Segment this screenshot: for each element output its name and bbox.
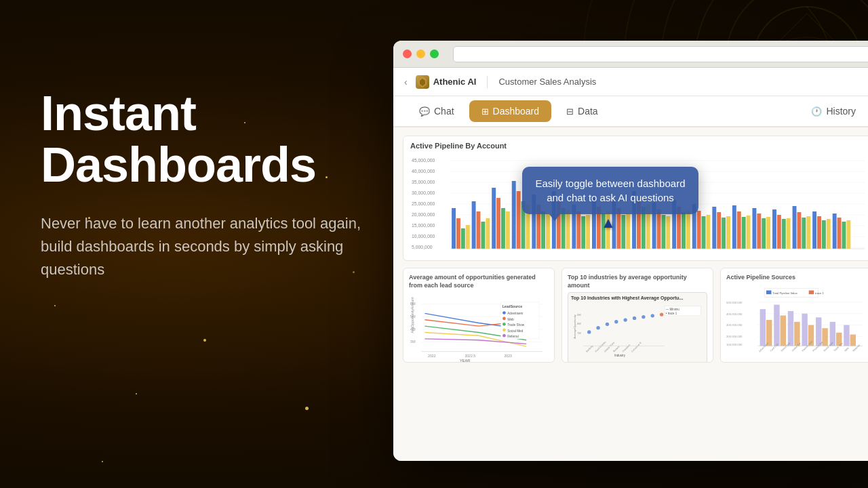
mini-chart-lead-source: Average amount of opportunities generate… [403,268,555,363]
svg-rect-37 [512,181,516,249]
svg-rect-82 [737,211,741,249]
tab-data[interactable]: ⊟ Data [554,100,610,122]
svg-rect-185 [850,334,856,346]
dashboard-tab-icon: ⊞ [481,106,489,117]
mini-chart-1-title: Average amount of opportunities generate… [409,274,549,289]
browser-window: ‹ Athenic AI Customer Sales Analysis 💬 C… [393,41,868,461]
svg-rect-160 [809,290,814,294]
svg-rect-83 [742,217,746,249]
mini-chart-2-title: Top 10 industries by average opportunity… [568,274,707,289]
mini-chart-3-title: Active Pipeline Sources [726,274,866,282]
window-close-button[interactable] [403,49,412,58]
svg-rect-79 [722,218,726,249]
svg-rect-178 [802,313,807,346]
app-header: ‹ Athenic AI Customer Sales Analysis [393,68,868,96]
svg-rect-77 [712,207,716,249]
window-maximize-button[interactable] [430,49,439,58]
svg-rect-31 [481,222,485,249]
svg-rect-76 [706,215,710,249]
svg-point-142 [606,323,609,326]
svg-text:Advertisem: Advertisem [507,312,523,316]
headline: Instant Dashboards [41,88,393,190]
svg-rect-71 [682,212,686,249]
svg-point-148 [660,313,663,317]
svg-text:Consumer E: Consumer E [631,342,642,353]
svg-rect-59 [621,215,625,249]
svg-rect-100 [827,219,831,249]
svg-rect-104 [846,220,850,249]
svg-point-118 [502,312,506,315]
back-arrow-icon[interactable]: ‹ [404,77,408,87]
svg-rect-48 [566,209,570,249]
url-bar[interactable] [453,46,868,62]
svg-rect-94 [797,212,801,249]
tooltip-bubble: Easily toggle between dashboard and chat… [522,167,698,214]
dashboard-area: Easily toggle between dashboard and chat… [393,127,868,461]
tab-dashboard[interactable]: ⊞ Dashboard [469,100,552,122]
svg-rect-175 [781,315,786,346]
svg-text:5M: 5M [410,314,416,319]
svg-point-141 [596,326,599,329]
history-tab-label: History [826,106,856,117]
svg-text:30,000,000: 30,000,000 [412,190,435,195]
svg-point-144 [624,319,627,322]
svg-text:40,000,000: 40,000,000 [412,169,435,174]
svg-text:25,000,000: 25,000,000 [412,201,435,206]
svg-text:Industry: Industry [614,354,626,358]
brand-name: Athenic AI [433,77,477,87]
svg-rect-60 [626,214,630,249]
svg-text:Biotech: Biotech [613,346,620,353]
svg-rect-101 [833,214,837,249]
svg-rect-81 [732,205,736,249]
svg-rect-184 [844,325,849,346]
svg-rect-27 [461,228,465,249]
svg-rect-72 [686,211,690,249]
svg-text:6M: 6M [410,302,416,306]
svg-text:Trade Show: Trade Show [507,324,525,327]
svg-rect-28 [466,225,470,249]
svg-rect-96 [806,216,810,249]
svg-rect-47 [561,208,566,249]
svg-rect-86 [757,214,761,249]
svg-text:Referral: Referral [507,335,519,338]
svg-text:8M: 8M [577,323,581,326]
svg-point-124 [502,329,506,332]
svg-rect-30 [477,211,481,249]
chat-tab-icon: 💬 [419,106,430,117]
svg-rect-25 [452,208,456,249]
svg-point-143 [614,320,618,323]
svg-text:LeadSource: LeadSource [502,304,523,308]
dashboard-tab-label: Dashboard [493,106,540,117]
svg-point-147 [651,314,654,318]
data-tab-icon: ⊟ [566,106,574,117]
svg-rect-32 [486,218,490,249]
tab-history[interactable]: 🕐 History [799,100,868,122]
svg-text:9M: 9M [577,313,581,317]
svg-rect-89 [772,209,776,249]
industries-chart-label: Top 10 Industries with Highest Average O… [571,296,704,300]
svg-rect-75 [702,216,706,249]
svg-text:500,000,000: 500,000,000 [726,300,743,304]
line-chart-svg: AvgOpportunityAmount 6M 5M 4M 3M [409,292,549,363]
bottom-charts: Average amount of opportunities generate… [403,268,868,363]
svg-rect-38 [517,191,521,249]
svg-rect-92 [787,218,791,249]
svg-point-146 [642,315,645,319]
svg-rect-67 [661,215,665,249]
tab-chat[interactable]: 💬 Chat [407,100,467,122]
svg-text:2022.5: 2022.5 [465,354,475,358]
svg-rect-26 [456,218,460,249]
svg-rect-66 [657,209,661,249]
svg-text:300,000,000: 300,000,000 [726,323,743,327]
svg-text:5,000,000: 5,000,000 [412,245,433,249]
svg-rect-90 [777,215,781,249]
tab-bar: 💬 Chat ⊞ Dashboard ⊟ Data 🕐 History [393,96,868,127]
svg-rect-50 [576,211,580,249]
window-minimize-button[interactable] [416,49,425,58]
svg-point-120 [502,317,506,321]
main-chart-title: Active Pipeline By Account [410,142,865,150]
svg-rect-36 [506,211,510,249]
brand-logo-icon [416,75,429,89]
svg-rect-95 [802,218,806,249]
svg-text:Web: Web [507,318,514,321]
